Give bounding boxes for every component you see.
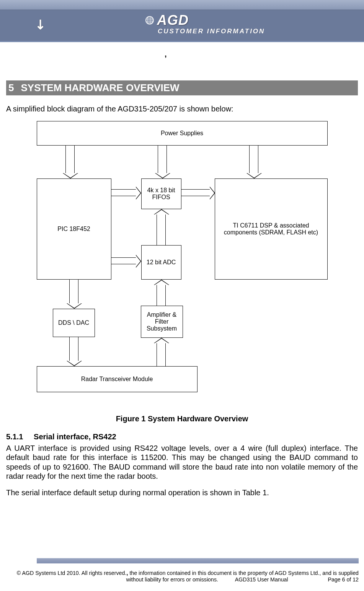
footer-line1b: the information contained in this docume…: [128, 570, 359, 576]
footer-liability: without liability for errors or omission…: [126, 576, 218, 583]
section-header: 5 SYSTEM HARDWARE OVERVIEW: [6, 80, 358, 95]
arrow-icon: [157, 343, 166, 366]
footer-bar: [37, 558, 359, 563]
arrow-icon: [69, 337, 78, 361]
arrow-icon: [157, 285, 166, 306]
block-dds: DDS \ DAC: [53, 309, 95, 337]
footer-page-number: Page 6 of 12: [328, 576, 359, 583]
arrow-icon: [111, 189, 136, 196]
paragraph-1: A UART interface is provided using RS422…: [6, 444, 358, 481]
arrow-icon: [249, 146, 258, 173]
header-topstrip: [0, 0, 364, 10]
arrow-icon: [69, 280, 78, 303]
block-dsp: TI C6711 DSP & associated components (SD…: [215, 178, 328, 280]
paragraph-2: The serial interface default setup durin…: [6, 488, 358, 497]
stray-comma: ,: [165, 50, 167, 59]
brand-text: AGD: [157, 12, 189, 28]
block-pic: PIC 18F452: [37, 178, 111, 280]
arrow-icon: [158, 146, 167, 173]
intro-paragraph: A simplified block diagram of the AGD315…: [6, 105, 358, 113]
brand-logo: AGD: [145, 12, 189, 28]
arrow-icon: [157, 214, 166, 245]
arrow-icon: [111, 257, 136, 264]
block-fifo: 4k x 18 bit FIFOS: [141, 178, 181, 209]
section-title: SYSTEM HARDWARE OVERVIEW: [21, 82, 179, 94]
subsection-number: 5.1.1: [6, 432, 23, 441]
arrow-down-right-icon: ↘: [31, 15, 50, 33]
brand-subtitle: CUSTOMER INFORMATION: [158, 28, 265, 35]
block-radar: Radar Transceiver Module: [37, 366, 198, 392]
footer-text: © AGD Systems Ltd 2010. All rights reser…: [5, 570, 359, 584]
header-banner: ↘ AGD CUSTOMER INFORMATION: [0, 0, 364, 42]
block-adc: 12 bit ADC: [141, 245, 181, 280]
footer-doc-title: AGD315 User Manual: [235, 576, 288, 583]
section-number: 5: [8, 82, 14, 94]
footer-copyright: © AGD Systems Ltd 2010. All rights reser…: [17, 570, 126, 576]
block-power-supplies: Power Supplies: [37, 121, 328, 146]
arrow-icon: [65, 146, 75, 173]
block-diagram: Power Supplies PIC 18F452 4k x 18 bit FI…: [6, 121, 358, 408]
block-amplifier: Amplifier & Filter Subsystem: [141, 306, 183, 338]
page-content: 5 SYSTEM HARDWARE OVERVIEW A simplified …: [0, 80, 364, 497]
subsection-title: Serial interface, RS422: [34, 432, 116, 441]
globe-icon: [145, 16, 154, 25]
arrow-icon: [181, 189, 210, 196]
figure-caption: Figure 1 System Hardware Overview: [6, 414, 358, 423]
subsection-heading: 5.1.1 Serial interface, RS422: [6, 432, 358, 441]
